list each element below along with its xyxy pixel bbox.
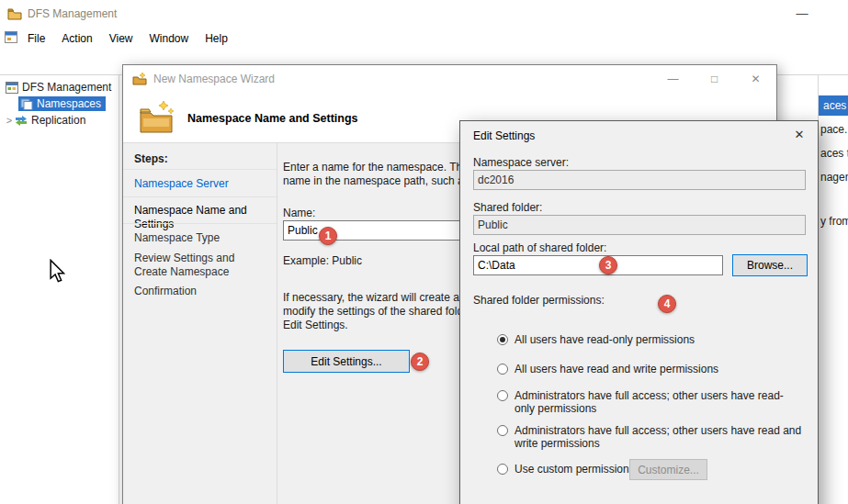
- replication-icon: [15, 115, 28, 127]
- wizard-close-button[interactable]: ✕: [735, 65, 776, 93]
- wizard-intro-line2: name in the namespace path, such as \\: [283, 174, 479, 187]
- steps-separator-line: [123, 223, 277, 224]
- customize-button: Customize...: [629, 459, 707, 480]
- wizard-minimize-button[interactable]: —: [652, 65, 694, 93]
- window-title: DFS Management: [28, 7, 117, 20]
- wizard-note-line1: If necessary, the wizard will create a s…: [283, 291, 484, 304]
- main-window-titlebar: DFS Management —: [0, 0, 848, 28]
- example-text: Example: Public: [283, 254, 362, 267]
- radio-circle: [497, 464, 508, 475]
- menu-item-help[interactable]: Help: [197, 29, 236, 48]
- radio-dot-1: [500, 366, 505, 372]
- radio-label: All users have read-only permissions: [514, 333, 695, 346]
- steps-divider: [277, 143, 277, 504]
- annotation-badge-3: 3: [599, 256, 617, 274]
- wizard-step-4: Confirmation: [134, 285, 270, 298]
- radio-dot-2: [500, 393, 505, 398]
- tree-root-label: DFS Management: [22, 81, 111, 94]
- wizard-step-3: Review Settings and Create Namespace: [134, 252, 270, 279]
- steps-separator-line: [123, 169, 277, 170]
- steps-heading: Steps:: [134, 152, 168, 165]
- menu-item-window[interactable]: Window: [141, 29, 198, 48]
- wizard-titlebar: New Namespace Wizard — □ ✕: [123, 65, 776, 93]
- console-tree-panel: DFS Management Namespaces > Replication: [0, 75, 119, 504]
- browse-button[interactable]: Browse...: [732, 254, 808, 276]
- background-selected-row: aces: [819, 95, 848, 116]
- permissions-label: Shared folder permissions:: [473, 294, 605, 307]
- radio-read-write[interactable]: All users have read and write permission…: [497, 363, 802, 375]
- radio-label: Use custom permissions:: [514, 463, 638, 476]
- radio-dot-4: [500, 466, 505, 472]
- menu-item-action[interactable]: Action: [53, 29, 100, 48]
- edit-settings-title: Edit Settings: [473, 129, 535, 142]
- steps-separator-line: [123, 196, 277, 197]
- wizard-step-1: Namespace Name and Settings: [134, 204, 270, 231]
- menu-item-file[interactable]: File: [19, 29, 53, 48]
- annotation-badge-1: 1: [319, 227, 337, 245]
- wizard-step-2: Namespace Type: [134, 231, 270, 245]
- minimize-button[interactable]: —: [781, 0, 823, 28]
- radio-label: Administrators have full access; other u…: [514, 424, 802, 450]
- tree-item-replication[interactable]: > Replication: [4, 112, 85, 129]
- menu-item-view[interactable]: View: [101, 29, 141, 48]
- annotation-badge-2: 2: [411, 353, 429, 371]
- tree-item-namespaces[interactable]: Namespaces: [18, 95, 106, 112]
- pane-fragment: aces: [823, 99, 846, 112]
- tree-item-label: Namespaces: [37, 97, 101, 110]
- edit-settings-dialog: Edit Settings ✕ Namespace server: Shared…: [459, 120, 819, 504]
- wizard-page-icon: [138, 98, 175, 137]
- radio-circle: [497, 390, 508, 401]
- local-path-label: Local path of shared folder:: [473, 241, 606, 254]
- wizard-intro-line1: Enter a name for the namespace. This na: [283, 161, 486, 174]
- radio-read-only[interactable]: All users have read-only permissions: [497, 333, 802, 346]
- mouse-cursor: [49, 259, 65, 283]
- radio-circle: [497, 334, 508, 345]
- console-root-icon: [6, 82, 18, 94]
- namespace-server-label: Namespace server:: [473, 156, 569, 169]
- wizard-note-line3: Edit Settings.: [283, 319, 348, 331]
- radio-admin-full-users-read-write[interactable]: Administrators have full access; other u…: [497, 424, 802, 450]
- wizard-page-title: Namespace Name and Settings: [187, 112, 358, 125]
- expand-chevron-icon[interactable]: >: [4, 115, 15, 126]
- shared-folder-label: Shared folder:: [473, 201, 542, 214]
- tree-root-dfs-management[interactable]: DFS Management: [6, 79, 111, 95]
- pane-fragment: pace...: [820, 123, 848, 136]
- wizard-title: New Namespace Wizard: [153, 73, 275, 85]
- radio-dot-3: [500, 428, 505, 433]
- desktop-screen: DFS Management — File Action View Window…: [0, 0, 848, 504]
- radio-label: All users have read and write permission…: [514, 363, 718, 375]
- tree-selection-highlight: Namespaces: [18, 96, 106, 111]
- radio-circle: [497, 364, 508, 375]
- dfs-app-folder-icon: [7, 6, 22, 21]
- pane-fragment: aces t: [820, 147, 848, 160]
- tree-item-label: Replication: [31, 114, 85, 127]
- console-window-icon: [5, 31, 17, 46]
- menubar: File Action View Window Help: [0, 28, 848, 50]
- edit-settings-button[interactable]: Edit Settings...: [283, 350, 410, 373]
- name-label: Name:: [283, 207, 315, 219]
- radio-circle: [497, 425, 508, 436]
- namespaces-icon: [20, 98, 33, 110]
- wizard-step-0: Namespace Server: [134, 177, 270, 191]
- namespace-server-input: [473, 170, 806, 190]
- pane-fragment: y from: [820, 215, 848, 228]
- pane-fragment: nagen: [820, 171, 848, 184]
- annotation-badge-4: 4: [658, 295, 676, 313]
- edit-settings-close-button[interactable]: ✕: [790, 128, 808, 141]
- radio-label: Administrators have full access; other u…: [514, 389, 802, 415]
- radio-admin-full-users-read-only[interactable]: Administrators have full access; other u…: [497, 389, 802, 415]
- wizard-maximize-button[interactable]: □: [694, 65, 735, 93]
- wizard-folder-sparkle-icon: [132, 72, 147, 86]
- shared-folder-input: [473, 215, 806, 235]
- radio-dot-0: [500, 337, 505, 342]
- local-path-input[interactable]: [473, 255, 723, 275]
